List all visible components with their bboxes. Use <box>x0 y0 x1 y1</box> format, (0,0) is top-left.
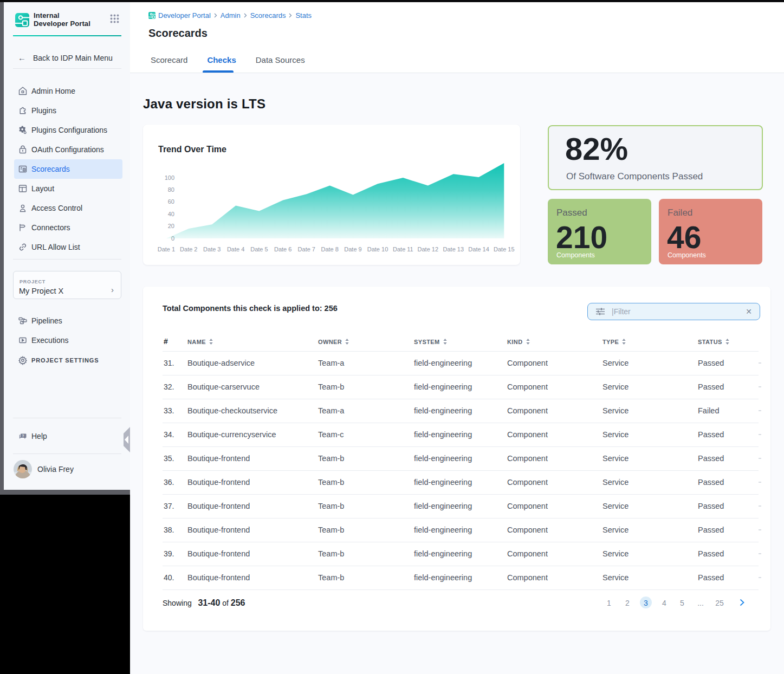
svg-text:Date 7: Date 7 <box>298 246 315 252</box>
svg-text:Date 2: Date 2 <box>180 246 197 252</box>
svg-text:Date 9: Date 9 <box>344 246 361 252</box>
svg-text:Date 1: Date 1 <box>158 246 175 252</box>
svg-text:Date 11: Date 11 <box>393 246 413 252</box>
svg-text:Date 5: Date 5 <box>250 246 268 252</box>
svg-text:Date 4: Date 4 <box>227 246 244 252</box>
svg-text:80: 80 <box>168 186 174 193</box>
svg-text:60: 60 <box>168 198 174 205</box>
svg-text:?: ? <box>22 434 24 438</box>
svg-text:Date 8: Date 8 <box>321 246 338 252</box>
svg-text:Date 15: Date 15 <box>494 246 515 252</box>
svg-text:Date 3: Date 3 <box>203 246 221 252</box>
svg-text:20: 20 <box>168 223 174 229</box>
svg-text:Date 12: Date 12 <box>418 246 439 252</box>
svg-text:100: 100 <box>165 174 174 181</box>
svg-text:40: 40 <box>168 211 174 217</box>
svg-text:Date 10: Date 10 <box>367 246 388 252</box>
svg-text:Date 6: Date 6 <box>274 246 291 252</box>
svg-text:Date 14: Date 14 <box>468 246 489 252</box>
svg-text:Date 13: Date 13 <box>443 246 464 252</box>
